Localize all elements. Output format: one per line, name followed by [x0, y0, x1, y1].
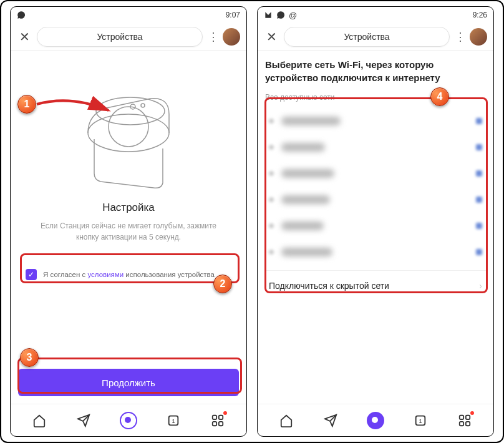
nav-alice-icon[interactable] [120, 412, 137, 429]
wifi-network-item[interactable] [265, 213, 486, 239]
terms-agreement-row[interactable]: ✓ Я согласен с условиями использования у… [21, 261, 236, 288]
lock-icon [476, 197, 482, 203]
bottom-navigation: 1 [11, 404, 246, 436]
status-left-icons: @ [264, 11, 297, 20]
nav-send-icon[interactable] [322, 412, 339, 429]
status-bar: 9:07 [11, 7, 246, 23]
status-left-icons [17, 11, 26, 19]
wifi-network-name [281, 169, 334, 178]
wifi-content: Выберите сеть Wi-Fi, через которую устро… [258, 51, 493, 404]
svg-rect-10 [219, 421, 223, 425]
notification-dot [223, 411, 227, 415]
wifi-network-name [281, 117, 341, 125]
callout-arrow [34, 92, 115, 123]
terms-text: Я согласен с условиями использования уст… [43, 271, 215, 278]
status-time: 9:26 [473, 11, 487, 19]
lock-icon [476, 170, 482, 177]
more-menu-icon[interactable]: ⋮ [455, 30, 465, 44]
wifi-all-networks-label: Все доступные сети [265, 93, 486, 102]
phone-screen-wifi: @ 9:26 ✕ Устройства ⋮ Выберите сеть Wi-F… [257, 6, 494, 437]
wifi-network-name [281, 221, 324, 230]
wifi-network-name [281, 143, 325, 152]
wifi-network-name [281, 195, 330, 204]
lock-icon [476, 118, 482, 124]
svg-rect-8 [219, 415, 223, 419]
nav-tabs-icon[interactable]: 1 [412, 412, 429, 429]
header-title: Устройства [344, 32, 389, 42]
svg-text:1: 1 [419, 417, 422, 424]
nav-send-icon[interactable] [75, 412, 92, 429]
phone-screen-setup: 9:07 ✕ Устройства ⋮ [10, 6, 247, 437]
callout-marker-3: 3 [20, 348, 39, 367]
callout-marker-2: 2 [213, 275, 232, 293]
nav-home-icon[interactable] [278, 412, 294, 429]
wifi-network-item[interactable] [265, 160, 486, 187]
callout-marker-1: 1 [17, 95, 36, 114]
close-button[interactable]: ✕ [264, 29, 279, 44]
wifi-signal-icon [269, 250, 274, 255]
connect-hidden-network[interactable]: Подключиться к скрытой сети › [265, 270, 486, 301]
at-icon: @ [289, 11, 297, 20]
continue-button[interactable]: Продолжить [18, 369, 239, 396]
wifi-signal-icon [269, 197, 274, 202]
terms-checkbox[interactable]: ✓ [26, 269, 37, 280]
wifi-network-item[interactable] [265, 187, 486, 213]
whatsapp-icon [17, 11, 26, 19]
nav-alice-icon[interactable] [367, 412, 384, 429]
user-avatar[interactable] [223, 28, 240, 46]
app-header: ✕ Устройства ⋮ [258, 23, 493, 51]
header-title: Устройства [97, 32, 142, 42]
wifi-signal-icon [269, 145, 274, 150]
header-title-pill[interactable]: Устройства [284, 27, 450, 47]
wifi-network-item[interactable] [265, 134, 486, 160]
notification-dot [470, 411, 474, 415]
app-header: ✕ Устройства ⋮ [11, 23, 246, 51]
wifi-network-item[interactable] [265, 108, 486, 134]
status-bar: @ 9:26 [258, 7, 493, 23]
svg-rect-7 [213, 415, 216, 419]
wifi-network-name [281, 248, 332, 256]
nav-tabs-icon[interactable]: 1 [165, 412, 182, 429]
svg-rect-15 [460, 421, 463, 425]
svg-rect-16 [466, 421, 470, 425]
svg-rect-13 [460, 415, 463, 419]
lock-icon [476, 249, 482, 255]
lock-icon [476, 223, 482, 229]
whatsapp-icon [276, 11, 285, 19]
callout-marker-4: 4 [430, 87, 449, 106]
status-time: 9:07 [226, 11, 240, 19]
svg-rect-14 [466, 415, 470, 419]
bottom-navigation: 1 [258, 404, 493, 436]
setup-title: Настройка [18, 202, 239, 214]
lock-icon [476, 144, 482, 150]
wifi-signal-icon [269, 119, 274, 124]
nav-services-icon[interactable] [457, 412, 473, 429]
wifi-signal-icon [269, 171, 274, 176]
nav-home-icon[interactable] [31, 412, 47, 429]
svg-point-4 [141, 104, 145, 107]
chevron-right-icon: › [479, 281, 482, 291]
wifi-instruction-title: Выберите сеть Wi-Fi, через которую устро… [265, 58, 486, 84]
wifi-network-item[interactable] [265, 239, 486, 265]
svg-text:1: 1 [172, 417, 175, 424]
wifi-network-list [265, 108, 486, 265]
mail-icon [264, 11, 273, 19]
header-title-pill[interactable]: Устройства [37, 27, 203, 47]
terms-link[interactable]: условиями [87, 271, 124, 278]
close-button[interactable]: ✕ [17, 29, 32, 44]
nav-services-icon[interactable] [210, 412, 226, 429]
setup-subtitle: Если Станция сейчас не мигает голубым, з… [18, 220, 239, 243]
more-menu-icon[interactable]: ⋮ [208, 30, 218, 44]
wifi-signal-icon [269, 223, 274, 228]
user-avatar[interactable] [470, 28, 487, 46]
tutorial-composite: 9:07 ✕ Устройства ⋮ [0, 0, 504, 443]
svg-rect-9 [213, 421, 216, 425]
